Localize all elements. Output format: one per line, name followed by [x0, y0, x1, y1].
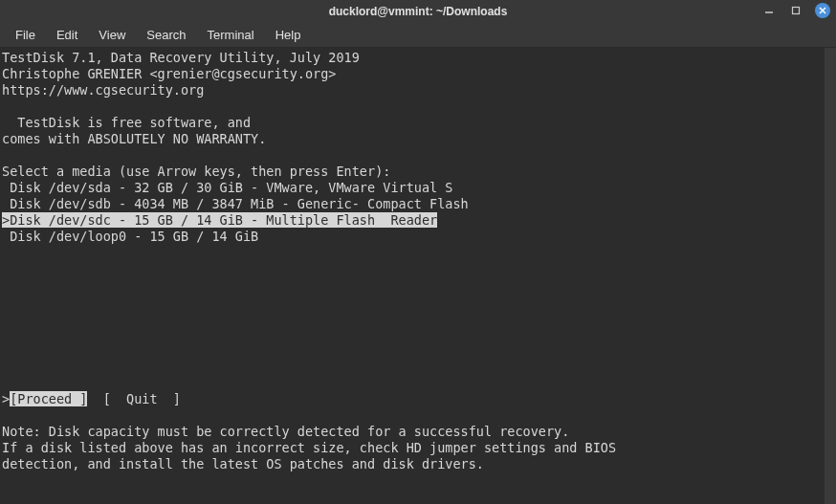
quit-option[interactable]: [ Quit ] — [87, 391, 181, 406]
close-button[interactable] — [815, 3, 830, 18]
action-cursor: > — [2, 391, 10, 406]
disk-option[interactable]: Disk /dev/loop0 - 15 GB / 14 GiB — [2, 229, 258, 244]
free-software-line: TestDisk is free software, and — [2, 115, 251, 130]
note-line: If a disk listed above has an incorrect … — [2, 440, 616, 455]
note-line: Note: Disk capacity must be correctly de… — [2, 424, 569, 439]
disk-option[interactable]: Disk /dev/sda - 32 GB / 30 GiB - VMware,… — [2, 180, 452, 195]
terminal-output[interactable]: TestDisk 7.1, Data Recovery Utility, Jul… — [0, 48, 836, 504]
menu-search[interactable]: Search — [137, 25, 195, 45]
url-line: https://www.cgsecurity.org — [2, 82, 204, 98]
menu-help[interactable]: Help — [266, 25, 311, 45]
window-title: ducklord@vmmint: ~/Downloads — [329, 5, 508, 18]
disk-option[interactable]: Disk /dev/sdb - 4034 MB / 3847 MiB - Gen… — [2, 196, 469, 211]
warranty-line: comes with ABSOLUTELY NO WARRANTY. — [2, 131, 266, 146]
select-prompt: Select a media (use Arrow keys, then pre… — [2, 164, 390, 179]
note-line: detection, and install the latest OS pat… — [2, 456, 484, 471]
menu-edit[interactable]: Edit — [47, 25, 87, 45]
maximize-button[interactable] — [788, 3, 803, 18]
author-line: Christophe GRENIER <grenier@cgsecurity.o… — [2, 66, 337, 81]
menu-file[interactable]: File — [6, 25, 45, 45]
minimize-button[interactable] — [761, 3, 777, 18]
titlebar: ducklord@vmmint: ~/Downloads — [0, 0, 836, 23]
terminal-scrollbar[interactable] — [825, 48, 836, 504]
menubar: File Edit View Search Terminal Help — [0, 23, 836, 48]
app-header-line: TestDisk 7.1, Data Recovery Utility, Jul… — [2, 50, 360, 65]
proceed-option[interactable]: [Proceed ] — [10, 391, 87, 406]
menu-view[interactable]: View — [89, 25, 135, 45]
menu-terminal[interactable]: Terminal — [198, 25, 264, 45]
svg-rect-1 — [793, 8, 800, 14]
window-controls — [761, 3, 830, 18]
disk-option-selected[interactable]: >Disk /dev/sdc - 15 GB / 14 GiB - Multip… — [2, 212, 437, 228]
